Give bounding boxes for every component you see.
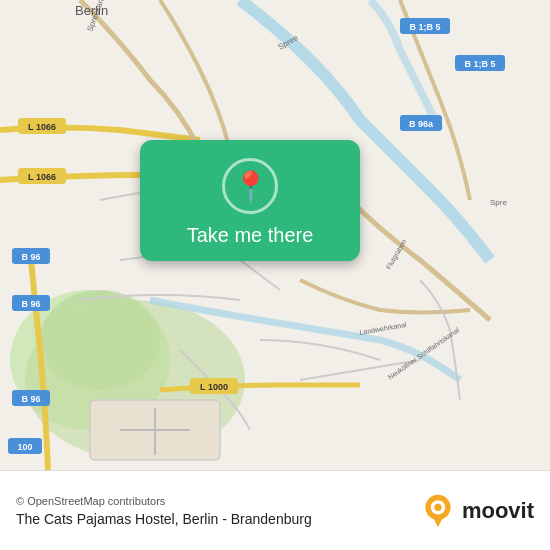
moovit-logo: moovit	[420, 493, 534, 529]
moovit-pin-icon	[420, 493, 456, 529]
svg-text:Spre: Spre	[490, 198, 507, 207]
svg-text:L 1066: L 1066	[28, 172, 56, 182]
svg-text:B 96: B 96	[21, 394, 40, 404]
button-label: Take me there	[187, 224, 314, 247]
footer-left: © OpenStreetMap contributors The Cats Pa…	[16, 495, 312, 527]
svg-text:B 96: B 96	[21, 252, 40, 262]
svg-point-36	[434, 503, 441, 510]
map-container: B 1;B 5 B 1;B 5 B 96a L 1066 L 1066 B 96…	[0, 0, 550, 470]
svg-text:B 1;B 5: B 1;B 5	[464, 59, 495, 69]
svg-marker-37	[432, 516, 443, 527]
app-container: B 1;B 5 B 1;B 5 B 96a L 1066 L 1066 B 96…	[0, 0, 550, 550]
svg-text:B 96a: B 96a	[409, 119, 434, 129]
svg-text:L 1000: L 1000	[200, 382, 228, 392]
svg-text:B 1;B 5: B 1;B 5	[409, 22, 440, 32]
location-name: The Cats Pajamas Hostel, Berlin - Brande…	[16, 511, 312, 527]
osm-credit: © OpenStreetMap contributors	[16, 495, 312, 507]
location-pin-icon: 📍	[232, 169, 269, 204]
moovit-brand-text: moovit	[462, 498, 534, 524]
svg-text:L 1066: L 1066	[28, 122, 56, 132]
footer: © OpenStreetMap contributors The Cats Pa…	[0, 470, 550, 550]
svg-text:B 96: B 96	[21, 299, 40, 309]
location-icon-wrapper: 📍	[222, 158, 278, 214]
svg-text:100: 100	[17, 442, 32, 452]
take-me-there-button[interactable]: 📍 Take me there	[140, 140, 360, 261]
svg-text:Berlin: Berlin	[75, 3, 108, 18]
